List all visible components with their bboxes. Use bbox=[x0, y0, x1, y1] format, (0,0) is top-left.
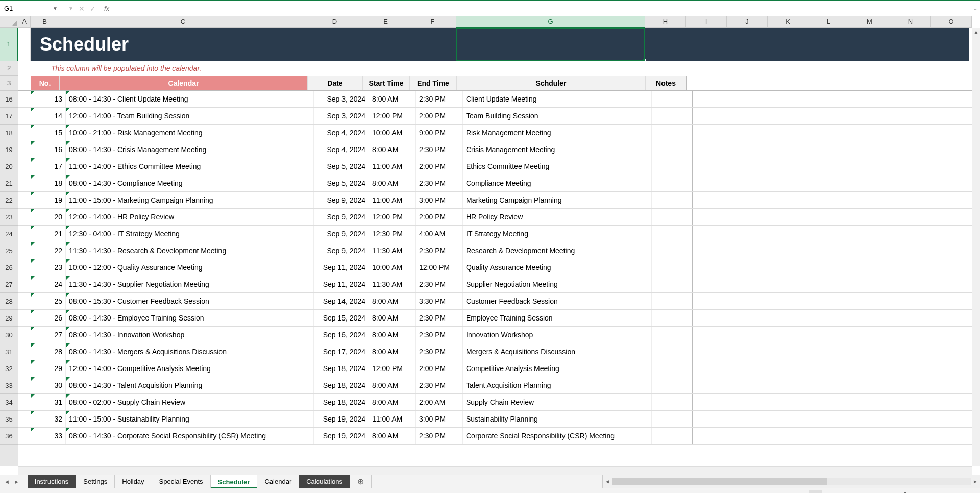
cell-sch[interactable]: Client Update Meeting bbox=[463, 91, 652, 107]
cell-et[interactable]: 2:30 PM bbox=[416, 428, 463, 444]
cell-date[interactable]: Sep 16, 2024 bbox=[314, 327, 369, 343]
cell-cal[interactable]: 08:00 - 14:30 - Client Update Meeting bbox=[66, 91, 314, 107]
view-page-layout-icon[interactable]: ▤ bbox=[823, 490, 837, 494]
cell-date[interactable]: Sep 18, 2024 bbox=[314, 377, 369, 393]
cell-notes[interactable] bbox=[652, 158, 693, 175]
cell-no[interactable]: 24 bbox=[18, 276, 66, 292]
hscroll-track[interactable] bbox=[612, 478, 971, 485]
cell-date[interactable]: Sep 5, 2024 bbox=[314, 158, 369, 175]
cell-no[interactable]: 27 bbox=[18, 327, 66, 343]
cell-st[interactable]: 11:30 AM bbox=[369, 276, 416, 292]
add-sheet-button[interactable]: ⊕ bbox=[350, 475, 372, 488]
cell-no[interactable]: 15 bbox=[18, 125, 66, 141]
cell-date[interactable]: Sep 15, 2024 bbox=[314, 310, 369, 326]
cell-date[interactable]: Sep 18, 2024 bbox=[314, 360, 369, 377]
cell-no[interactable]: 33 bbox=[18, 428, 66, 444]
th-no[interactable]: No. bbox=[18, 76, 60, 90]
cell-st[interactable]: 10:00 AM bbox=[369, 259, 416, 276]
cell-st[interactable]: 10:00 AM bbox=[369, 125, 416, 141]
cell-et[interactable]: 2:30 PM bbox=[416, 327, 463, 343]
row-header-31[interactable]: 31 bbox=[0, 343, 18, 360]
hscroll-right-icon[interactable]: ► bbox=[971, 479, 980, 484]
formula-bar-expand-icon[interactable]: ⌄ bbox=[970, 1, 980, 16]
cell-notes[interactable] bbox=[652, 394, 693, 410]
cell-no[interactable]: 16 bbox=[18, 141, 66, 158]
cell-date[interactable]: Sep 11, 2024 bbox=[314, 259, 369, 276]
th-calendar[interactable]: Calendar bbox=[60, 76, 308, 90]
cell-sch[interactable]: Innovation Workshop bbox=[463, 327, 652, 343]
cell-date[interactable]: Sep 4, 2024 bbox=[314, 141, 369, 158]
row-header-26[interactable]: 26 bbox=[0, 259, 18, 276]
cell-sch[interactable]: Crisis Management Meeting bbox=[463, 141, 652, 158]
column-header-e[interactable]: E bbox=[362, 16, 409, 28]
th-start-time[interactable]: Start Time bbox=[363, 76, 410, 90]
cell-no[interactable]: 14 bbox=[18, 108, 66, 124]
th-date[interactable]: Date bbox=[308, 76, 363, 90]
cell-et[interactable]: 2:30 PM bbox=[416, 310, 463, 326]
cell-no[interactable]: 23 bbox=[18, 259, 66, 276]
cell-et[interactable]: 12:00 PM bbox=[416, 259, 463, 276]
cell-no[interactable]: 30 bbox=[18, 377, 66, 393]
row-header-27[interactable]: 27 bbox=[0, 276, 18, 293]
fx-icon[interactable]: fx bbox=[104, 5, 109, 12]
cell-notes[interactable] bbox=[652, 360, 693, 377]
cell-sch[interactable]: Marketing Campaign Planning bbox=[463, 192, 652, 208]
cell-st[interactable]: 8:00 AM bbox=[369, 310, 416, 326]
column-header-h[interactable]: H bbox=[645, 16, 686, 28]
cell-no[interactable]: 25 bbox=[18, 293, 66, 309]
sheet-tab-instructions[interactable]: Instructions bbox=[28, 475, 76, 488]
formula-input[interactable] bbox=[112, 1, 970, 16]
th-notes[interactable]: Notes bbox=[646, 76, 687, 90]
cell-et[interactable]: 2:00 PM bbox=[416, 360, 463, 377]
cell-cal[interactable]: 08:00 - 14:30 - Crisis Management Meetin… bbox=[66, 141, 314, 158]
cell-st[interactable]: 11:30 AM bbox=[369, 242, 416, 259]
cell-date[interactable]: Sep 11, 2024 bbox=[314, 276, 369, 292]
cell-date[interactable]: Sep 9, 2024 bbox=[314, 242, 369, 259]
cell-st[interactable]: 8:00 AM bbox=[369, 175, 416, 191]
cell-cal[interactable]: 10:00 - 12:00 - Quality Assurance Meetin… bbox=[66, 259, 314, 276]
cell-notes[interactable] bbox=[652, 141, 693, 158]
cell-et[interactable]: 2:30 PM bbox=[416, 377, 463, 393]
cell-no[interactable]: 21 bbox=[18, 226, 66, 242]
cell-et[interactable]: 3:00 PM bbox=[416, 411, 463, 427]
cell-notes[interactable] bbox=[652, 327, 693, 343]
cell-a1[interactable] bbox=[18, 28, 31, 61]
cell-sch[interactable]: Ethics Committee Meeting bbox=[463, 158, 652, 175]
column-header-f[interactable]: F bbox=[409, 16, 456, 28]
row-header-29[interactable]: 29 bbox=[0, 310, 18, 327]
cell-et[interactable]: 2:00 PM bbox=[416, 209, 463, 225]
cell-cal[interactable]: 08:00 - 14:30 - Talent Acquisition Plann… bbox=[66, 377, 314, 393]
cell-date[interactable]: Sep 18, 2024 bbox=[314, 394, 369, 410]
row-header-28[interactable]: 28 bbox=[0, 293, 18, 310]
tab-nav-prev-icon[interactable]: ◄ bbox=[4, 479, 10, 485]
row-header-19[interactable]: 19 bbox=[0, 141, 18, 158]
cell-sch[interactable]: IT Strategy Meeting bbox=[463, 226, 652, 242]
cell-st[interactable]: 8:00 AM bbox=[369, 327, 416, 343]
cell-notes[interactable] bbox=[652, 209, 693, 225]
cell-notes[interactable] bbox=[652, 192, 693, 208]
cell-notes[interactable] bbox=[652, 310, 693, 326]
vertical-scrollbar[interactable]: ▲ bbox=[972, 28, 980, 466]
cell-st[interactable]: 8:00 AM bbox=[369, 293, 416, 309]
cell-date[interactable]: Sep 19, 2024 bbox=[314, 411, 369, 427]
cell-sch[interactable]: Quality Assurance Meeting bbox=[463, 259, 652, 276]
cell-notes[interactable] bbox=[652, 226, 693, 242]
sheet-tab-holiday[interactable]: Holiday bbox=[115, 475, 152, 488]
column-header-b[interactable]: B bbox=[31, 16, 59, 28]
column-header-i[interactable]: I bbox=[686, 16, 727, 28]
cell-notes[interactable] bbox=[652, 276, 693, 292]
cell-sch[interactable]: Sustainability Planning bbox=[463, 411, 652, 427]
cell-notes[interactable] bbox=[652, 242, 693, 259]
cell-st[interactable]: 12:00 PM bbox=[369, 360, 416, 377]
row-header-21[interactable]: 21 bbox=[0, 175, 18, 192]
cell-et[interactable]: 2:30 PM bbox=[416, 343, 463, 360]
cell-et[interactable]: 4:00 AM bbox=[416, 226, 463, 242]
cell-st[interactable]: 12:00 PM bbox=[369, 108, 416, 124]
name-box[interactable] bbox=[0, 1, 51, 16]
row-header-24[interactable]: 24 bbox=[0, 226, 18, 242]
cell-notes[interactable] bbox=[652, 411, 693, 427]
scroll-up-icon[interactable]: ▲ bbox=[972, 28, 980, 37]
row-header-25[interactable]: 25 bbox=[0, 242, 18, 259]
cell-cal[interactable]: 08:00 - 14:30 - Employee Training Sessio… bbox=[66, 310, 314, 326]
cell-st[interactable]: 8:00 AM bbox=[369, 141, 416, 158]
